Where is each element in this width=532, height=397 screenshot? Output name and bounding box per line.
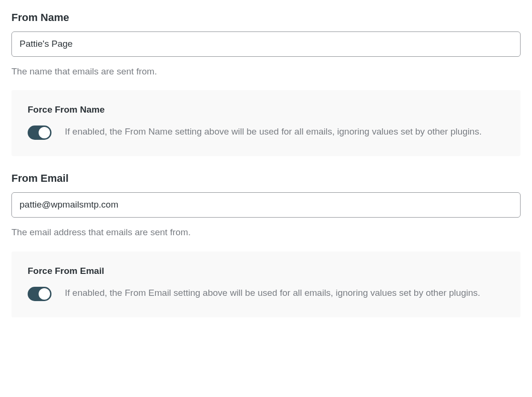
force-from-name-row: If enabled, the From Name setting above … <box>28 125 504 140</box>
force-from-email-panel: Force From Email If enabled, the From Em… <box>11 251 521 317</box>
from-name-input[interactable] <box>11 31 521 57</box>
from-name-section: From Name The name that emails are sent … <box>11 11 521 156</box>
from-name-description: The name that emails are sent from. <box>11 65 521 78</box>
from-name-label: From Name <box>11 11 521 24</box>
force-from-email-label: Force From Email <box>28 266 504 276</box>
force-from-email-toggle[interactable] <box>28 287 51 301</box>
force-from-name-panel: Force From Name If enabled, the From Nam… <box>11 90 521 156</box>
force-from-email-row: If enabled, the From Email setting above… <box>28 286 504 301</box>
from-email-input[interactable] <box>11 192 521 218</box>
from-email-description: The email address that emails are sent f… <box>11 226 521 239</box>
from-email-section: From Email The email address that emails… <box>11 172 521 317</box>
from-email-label: From Email <box>11 172 521 185</box>
toggle-knob-icon <box>39 288 50 300</box>
toggle-knob-icon <box>39 127 50 138</box>
force-from-name-toggle[interactable] <box>28 125 51 140</box>
force-from-email-description: If enabled, the From Email setting above… <box>65 286 480 300</box>
force-from-name-description: If enabled, the From Name setting above … <box>65 125 481 138</box>
force-from-name-label: Force From Name <box>28 104 504 115</box>
